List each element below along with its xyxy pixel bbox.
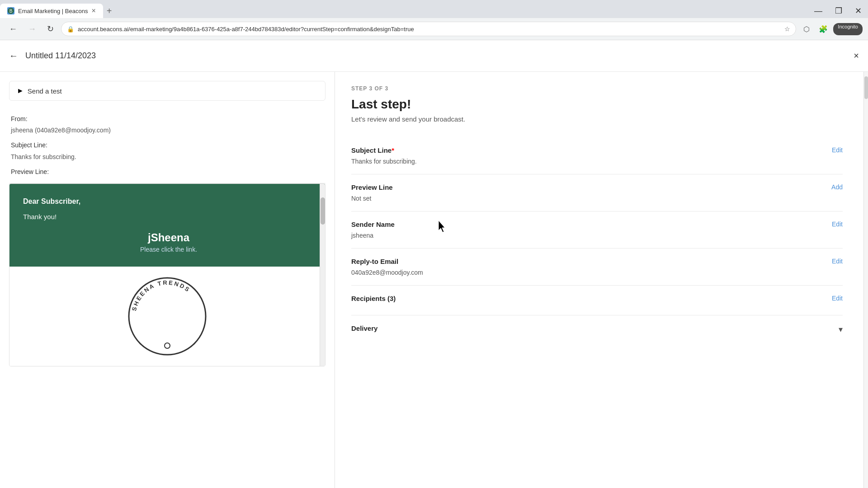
tab-bar: B Email Marketing | Beacons × + — ❐ ✕ xyxy=(0,0,868,18)
app-body: ► Send a test From: jsheena (040a92e8@mo… xyxy=(0,72,868,488)
subject-row: Subject Line: Thanks for subscribing. xyxy=(11,140,324,162)
subject-value: Thanks for subscribing. xyxy=(11,153,76,160)
review-content: STEP 3 OF 3 Last step! Let's review and … xyxy=(351,85,852,347)
refresh-button[interactable]: ↻ xyxy=(43,22,57,36)
from-row: From: jsheena (040a92e8@moodjoy.com) xyxy=(11,113,324,136)
email-body-text: Thank you! xyxy=(23,213,314,221)
new-tab-button[interactable]: + xyxy=(103,6,116,16)
reply-to-email-value: 040a92e8@moodjoy.com xyxy=(351,269,843,276)
svg-point-4 xyxy=(165,343,170,348)
recipients-title: Recipients (3) xyxy=(351,295,396,302)
minimize-button[interactable]: — xyxy=(808,4,829,18)
tab-favicon: B xyxy=(7,7,14,14)
from-value: jsheena (040a92e8@moodjoy.com) xyxy=(11,127,111,134)
email-greeting: Dear Subscriber, xyxy=(23,197,314,206)
email-dark-section: Dear Subscriber, Thank you! jSheena Plea… xyxy=(9,184,325,267)
email-logo-section: SHEENA TRENDS xyxy=(9,267,325,366)
subject-line-title: Subject Line* xyxy=(351,146,394,154)
preview-row: Preview Line: xyxy=(11,166,324,178)
recipients-edit-link[interactable]: Edit xyxy=(832,295,843,302)
review-title: Last step! xyxy=(351,97,843,112)
forward-button[interactable]: → xyxy=(24,23,40,36)
lock-icon: 🔒 xyxy=(67,26,74,33)
scroll-thumb xyxy=(321,197,325,225)
svg-text:B: B xyxy=(9,9,13,14)
step-label: STEP 3 OF 3 xyxy=(351,85,843,92)
preview-line-section: Preview Line Add Not set xyxy=(351,174,843,211)
close-window-button[interactable]: ✕ xyxy=(849,4,868,18)
incognito-badge: Incognito xyxy=(833,23,863,35)
address-bar[interactable]: 🔒 account.beacons.ai/email-marketing/9a4… xyxy=(61,22,796,36)
maximize-button[interactable]: ❐ xyxy=(829,4,849,18)
app: ← Untitled 11/14/2023 × ► Send a test Fr… xyxy=(0,40,868,488)
toolbar-icons: ⬡ 🧩 Incognito xyxy=(800,23,863,35)
subject-line-section: Subject Line* Edit Thanks for subscribin… xyxy=(351,137,843,174)
delivery-title: Delivery xyxy=(351,324,377,332)
app-back-button[interactable]: ← xyxy=(9,51,18,61)
preview-line-add-link[interactable]: Add xyxy=(831,183,843,191)
send-test-bar[interactable]: ► Send a test xyxy=(9,81,326,101)
tab-title: Email Marketing | Beacons xyxy=(18,8,88,14)
browser-chrome: B Email Marketing | Beacons × + — ❐ ✕ ← … xyxy=(0,0,868,40)
logo-svg: SHEENA TRENDS xyxy=(127,276,208,357)
preview-label: Preview Line: xyxy=(11,168,49,175)
delivery-chevron-icon: ▾ xyxy=(839,324,843,334)
scroll-bar[interactable] xyxy=(320,184,325,366)
sender-name-value: jsheena xyxy=(351,232,843,239)
browser-toolbar: ← → ↻ 🔒 account.beacons.ai/email-marketi… xyxy=(0,18,868,40)
email-body-preview: Dear Subscriber, Thank you! jSheena Plea… xyxy=(9,183,326,366)
app-close-button[interactable]: × xyxy=(854,51,859,61)
review-scroll-bar[interactable] xyxy=(863,72,868,488)
sender-name-edit-link[interactable]: Edit xyxy=(832,221,843,228)
preview-line-header: Preview Line Add xyxy=(351,183,843,191)
sender-name-section: Sender Name Edit jsheena xyxy=(351,211,843,249)
preview-line-value: Not set xyxy=(351,195,843,202)
reply-to-email-header: Reply-to Email Edit xyxy=(351,258,843,265)
close-tab-button[interactable]: × xyxy=(91,7,95,15)
review-scroll-thumb xyxy=(864,76,868,99)
email-brand-name: jSheena xyxy=(23,231,314,244)
recipients-section: Recipients (3) Edit xyxy=(351,286,843,315)
recipients-header: Recipients (3) Edit xyxy=(351,295,843,302)
from-label: From: xyxy=(11,115,28,122)
cast-icon[interactable]: ⬡ xyxy=(800,23,813,35)
bookmark-icon[interactable]: ☆ xyxy=(784,25,790,33)
app-header: ← Untitled 11/14/2023 × xyxy=(0,40,868,72)
email-meta: From: jsheena (040a92e8@moodjoy.com) Sub… xyxy=(9,108,326,183)
delivery-header: Delivery ▾ xyxy=(351,324,843,334)
subject-line-header: Subject Line* Edit xyxy=(351,146,843,154)
reply-to-email-edit-link[interactable]: Edit xyxy=(832,258,843,265)
review-subtitle: Let's review and send your broadcast. xyxy=(351,115,843,123)
reply-to-email-section: Reply-to Email Edit 040a92e8@moodjoy.com xyxy=(351,249,843,286)
page-title: Untitled 11/14/2023 xyxy=(25,51,96,61)
subject-line-edit-link[interactable]: Edit xyxy=(832,146,843,154)
reply-to-email-title: Reply-to Email xyxy=(351,258,398,265)
svg-text:SHEENA TRENDS: SHEENA TRENDS xyxy=(131,279,192,312)
review-panel: STEP 3 OF 3 Last step! Let's review and … xyxy=(335,72,868,488)
preview-line-title: Preview Line xyxy=(351,183,393,191)
delivery-section: Delivery ▾ xyxy=(351,315,843,347)
subject-line-value: Thanks for subscribing. xyxy=(351,158,843,165)
email-preview-panel: ► Send a test From: jsheena (040a92e8@mo… xyxy=(0,72,335,488)
logo-container: SHEENA TRENDS xyxy=(127,276,208,357)
email-tagline: Please click the link. xyxy=(23,246,314,253)
sender-name-header: Sender Name Edit xyxy=(351,221,843,228)
send-test-icon: ► xyxy=(17,87,24,95)
back-button[interactable]: ← xyxy=(5,23,21,36)
active-tab[interactable]: B Email Marketing | Beacons × xyxy=(0,4,103,18)
required-indicator: * xyxy=(392,146,394,154)
subject-label: Subject Line: xyxy=(11,141,47,149)
window-controls: — ❐ ✕ xyxy=(808,4,868,18)
extensions-icon[interactable]: 🧩 xyxy=(815,23,831,35)
url-text: account.beacons.ai/email-marketing/9a4b8… xyxy=(78,26,781,33)
send-test-label: Send a test xyxy=(28,87,62,95)
sender-name-title: Sender Name xyxy=(351,221,395,228)
